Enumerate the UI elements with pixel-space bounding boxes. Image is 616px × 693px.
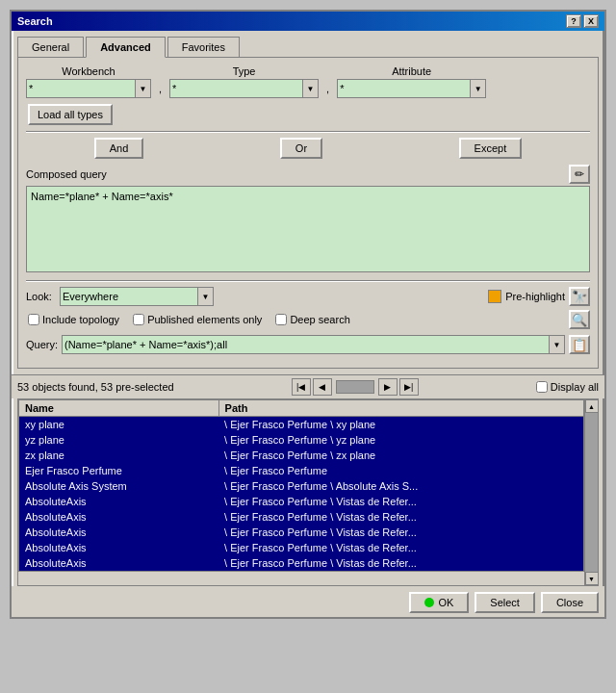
query-input[interactable] [63, 339, 549, 350]
select-button[interactable]: Select [475, 592, 535, 613]
cell-name: AbsoluteAxis [19, 509, 219, 525]
table-row[interactable]: zx plane\ Ejer Frasco Perfume \ zx plane [19, 448, 584, 463]
published-elements-checkbox[interactable]: Published elements only [133, 314, 262, 325]
cell-path: \ Ejer Frasco Perfume \ Absolute Axis S.… [218, 478, 583, 494]
type-label: Type [169, 65, 319, 77]
type-input[interactable] [170, 83, 302, 94]
status-bar: 53 objects found, 53 pre-selected |◀ ◀ ▶… [12, 374, 604, 398]
cell-path: \ Ejer Frasco Perfume \ Vistas de Refer.… [218, 540, 583, 555]
table-row[interactable]: AbsoluteAxis\ Ejer Frasco Perfume \ Vist… [19, 509, 584, 525]
type-arrow[interactable]: ▼ [302, 80, 318, 97]
table-row[interactable]: xy plane\ Ejer Frasco Perfume \ xy plane [19, 417, 584, 433]
ok-button[interactable]: OK [409, 592, 469, 613]
search-button[interactable]: 🔍 [569, 310, 590, 329]
close-button[interactable]: Close [541, 592, 599, 613]
last-page-button[interactable]: ▶| [399, 378, 419, 396]
type-group: Type ▼ [169, 65, 319, 98]
published-elements-label: Published elements only [147, 314, 262, 325]
first-page-button[interactable]: |◀ [292, 378, 311, 396]
table-row[interactable]: Absolute Axis System\ Ejer Frasco Perfum… [19, 478, 584, 494]
tab-advanced[interactable]: Advanced [86, 37, 166, 58]
include-topology-checkbox[interactable]: Include topology [28, 314, 119, 325]
attribute-group: Attribute ▼ [337, 65, 486, 98]
display-all-label: Display all [551, 381, 599, 393]
scroll-up-button[interactable]: ▲ [585, 399, 599, 413]
cell-path: \ Ejer Frasco Perfume \ Vistas de Refer.… [218, 555, 583, 572]
load-row: Load all types [26, 104, 590, 125]
table-row[interactable]: Ejer Frasco Perfume\ Ejer Frasco Perfume [19, 463, 584, 478]
edit-query-button[interactable]: ✏ [569, 165, 590, 184]
workbench-dropdown[interactable]: ▼ [26, 79, 151, 98]
workbench-group: Workbench ▼ [26, 65, 151, 98]
query-input-dropdown[interactable]: ▼ [62, 335, 565, 354]
composed-query-label: Composed query [26, 168, 107, 180]
attribute-dropdown[interactable]: ▼ [337, 79, 486, 98]
look-dropdown[interactable]: ▼ [60, 287, 214, 306]
type-dropdown[interactable]: ▼ [169, 79, 319, 98]
deep-search-label: Deep search [290, 314, 349, 325]
cell-name: yz plane [19, 432, 219, 448]
close-window-button[interactable]: X [583, 14, 599, 28]
bottom-buttons: OK Select Close [12, 586, 604, 617]
load-all-types-button[interactable]: Load all types [28, 104, 113, 125]
look-arrow[interactable]: ▼ [197, 288, 213, 305]
title-bar-buttons: ? X [566, 14, 599, 28]
col-header-name: Name [19, 400, 219, 417]
table-row[interactable]: AbsoluteAxis\ Ejer Frasco Perfume \ Vist… [19, 555, 584, 572]
tab-favorites[interactable]: Favorites [167, 37, 240, 58]
or-button[interactable]: Or [280, 138, 322, 159]
wta-row: Workbench ▼ , Type ▼ , Attribute [26, 65, 590, 98]
cell-name: AbsoluteAxis [19, 494, 219, 509]
window-title: Search [17, 15, 53, 27]
cell-name: AbsoluteAxis [19, 525, 219, 540]
type-separator-2: , [326, 83, 329, 94]
query-row: Query: ▼ 📋 [26, 335, 590, 354]
display-all-checkbox[interactable] [536, 381, 548, 393]
ok-label: OK [438, 597, 453, 608]
table-row[interactable]: AbsoluteAxis\ Ejer Frasco Perfume \ Vist… [19, 494, 584, 509]
title-bar: Search ? X [12, 12, 604, 31]
look-label: Look: [26, 291, 52, 302]
attribute-arrow[interactable]: ▼ [470, 80, 485, 97]
next-page-button[interactable]: ▶ [378, 378, 398, 396]
query-run-button[interactable]: 📋 [569, 335, 590, 354]
pre-highlight-label: Pre-highlight [505, 291, 565, 302]
search-window: Search ? X General Advanced Favorites Wo… [10, 10, 606, 619]
workbench-arrow[interactable]: ▼ [135, 80, 150, 97]
look-input[interactable] [61, 291, 197, 302]
attribute-label: Attribute [337, 65, 486, 77]
and-button[interactable]: And [94, 138, 144, 159]
deep-search-checkbox[interactable]: Deep search [275, 314, 349, 325]
composed-query-header: Composed query ✏ [26, 165, 590, 184]
pre-highlight-group: Pre-highlight 🔭 [488, 287, 590, 306]
separator-2 [26, 280, 590, 281]
look-row: Look: ▼ Pre-highlight 🔭 [26, 287, 590, 306]
table-row[interactable]: AbsoluteAxis\ Ejer Frasco Perfume \ Vist… [19, 540, 584, 555]
query-textarea[interactable] [26, 186, 590, 272]
page-slider[interactable] [336, 380, 374, 394]
cell-name: Absolute Axis System [19, 478, 219, 494]
scroll-track[interactable] [585, 413, 599, 572]
attribute-input[interactable] [338, 83, 470, 94]
cell-name: Ejer Frasco Perfume [19, 463, 219, 478]
except-button[interactable]: Except [459, 138, 523, 159]
results-tbody: xy plane\ Ejer Frasco Perfume \ xy plane… [19, 417, 584, 572]
help-button[interactable]: ? [566, 14, 581, 28]
table-row[interactable]: yz plane\ Ejer Frasco Perfume \ yz plane [19, 432, 584, 448]
table-row[interactable]: AbsoluteAxis\ Ejer Frasco Perfume \ Vist… [19, 525, 584, 540]
cell-path: \ Ejer Frasco Perfume \ xy plane [218, 417, 583, 433]
scroll-down-button[interactable]: ▼ [585, 572, 599, 585]
cell-path: \ Ejer Frasco Perfume \ zx plane [218, 448, 583, 463]
tab-general[interactable]: General [17, 37, 84, 58]
cell-path: \ Ejer Frasco Perfume \ Vistas de Refer.… [218, 509, 583, 525]
tab-bar: General Advanced Favorites [17, 37, 599, 58]
workbench-input[interactable] [27, 83, 135, 94]
display-all-row: Display all [536, 381, 599, 393]
query-arrow[interactable]: ▼ [549, 336, 564, 353]
prev-page-button[interactable]: ◀ [313, 378, 332, 396]
table-header-row: Name Path [19, 400, 584, 417]
binoculars-button[interactable]: 🔭 [569, 287, 590, 306]
tab-content: Workbench ▼ , Type ▼ , Attribute [17, 57, 599, 369]
cell-name: zx plane [19, 448, 219, 463]
query-label: Query: [26, 339, 58, 350]
